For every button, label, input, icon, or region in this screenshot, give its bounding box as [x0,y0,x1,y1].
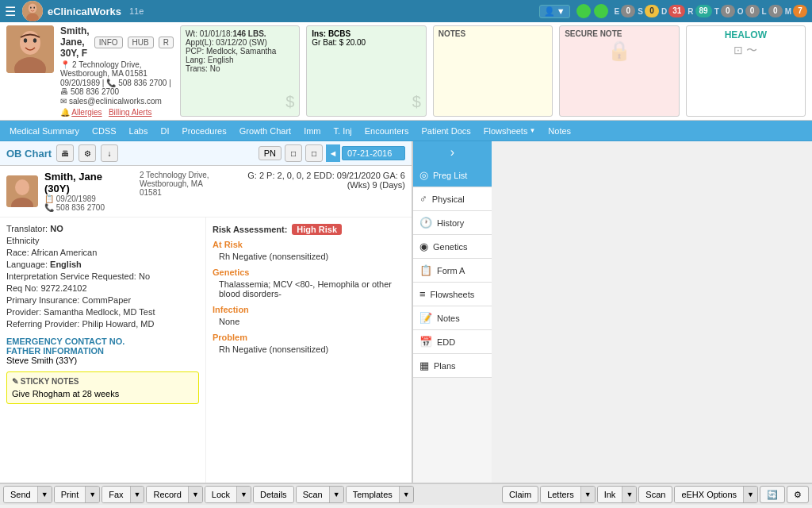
emergency-contact-label: EMERGENCY CONTACT NO. [6,337,199,346]
side-menu-form-a[interactable]: 📋 Form A [413,259,492,283]
pn-button[interactable]: PN [259,146,282,160]
traffic-lights [576,4,608,18]
main-content: OB Chart 🖶 ⚙ ↓ PN □ □ ◄ 07-21-2016 [0,141,812,483]
nav-di[interactable]: DI [154,123,175,139]
wt-card: Wt: 01/01/18:146 LBS. Appt(L): 03/12/20 … [180,25,300,117]
badge-T[interactable]: T 0 [714,5,735,17]
history-label: History [437,218,464,228]
patient-tab-info[interactable]: INFO [94,37,123,48]
date-selector: ◄ 07-21-2016 [326,144,405,162]
nav-procedures[interactable]: Procedures [175,123,232,139]
badge-D[interactable]: D 31 [661,5,685,17]
badge-L[interactable]: L 0 [762,5,783,17]
patient-photo [6,25,54,73]
left-panel: OB Chart 🖶 ⚙ ↓ PN □ □ ◄ 07-21-2016 [0,141,412,483]
side-menu-flowsheets[interactable]: ≡ Flowsheets [413,283,492,306]
infection-item-1: None [213,317,405,326]
interpretation-field: Interpretation Service Requested: No [6,271,199,281]
nav-notes[interactable]: Notes [542,123,577,139]
templates-button[interactable]: Templates ▼ [346,486,414,503]
nav-growth-chart[interactable]: Growth Chart [233,123,297,139]
print-button[interactable]: Print ▼ [54,486,101,503]
plans-label: Plans [434,361,456,371]
settings-btn[interactable]: ⚙ [79,144,96,162]
patient-info: Smith, Jane, 30Y, F INFO HUB R 📍2 Techno… [60,25,174,117]
ob-right-panel: Risk Assessment: High Risk At Risk Rh Ne… [206,217,412,483]
side-menu-plans[interactable]: ▦ Plans [413,354,492,378]
chart-icon-btn[interactable]: □ [285,144,302,162]
patient-address: 📍2 Technology Drive, Westborough, MA 015… [60,60,174,78]
badge-R[interactable]: R 89 [688,5,711,17]
edd-icon: 📅 [419,336,432,348]
badge-O[interactable]: O 0 [737,5,760,17]
side-menu-history[interactable]: 🕐 History [413,211,492,235]
scan-button-left[interactable]: Scan ▼ [296,486,344,503]
nav-encounters[interactable]: Encounters [358,123,416,139]
badge-M[interactable]: M 7 [785,5,807,17]
notes-icon: 📝 [419,312,432,324]
side-menu-genetics[interactable]: ◉ Genetics [413,235,492,259]
nav-imm[interactable]: Imm [297,123,327,139]
scan-button-right[interactable]: Scan [638,486,672,503]
side-menu-edd[interactable]: 📅 EDD [413,330,492,354]
send-button[interactable]: Send ▼ [3,486,52,503]
patient-dob-phone: 09/20/1989 | 📞508 836 2700 | 🖷508 836 27… [60,79,174,96]
ob-chart-right: PN □ □ ◄ 07-21-2016 [259,144,405,162]
allergies-link[interactable]: Allergies [71,108,102,117]
nav-labs[interactable]: Labs [123,123,155,139]
claim-button[interactable]: Claim [502,486,538,503]
patient-tab-r[interactable]: R [159,37,174,48]
svg-point-4 [33,7,35,9]
app-name: eClinicalWorks [48,6,121,17]
nav-medical-summary[interactable]: Medical Summary [3,123,86,139]
badge-S[interactable]: S 0 [638,5,659,17]
genetics-title: Genetics [213,267,405,277]
side-menu-physical[interactable]: ♂ Physical [413,187,492,211]
nav-patient-docs[interactable]: Patient Docs [415,123,477,139]
side-menu-notes[interactable]: 📝 Notes [413,306,492,330]
badge-E[interactable]: E 0 [615,5,636,17]
details-button[interactable]: Details [253,486,294,503]
at-risk-section: At Risk Rh Negative (nonsensitized) [213,240,405,261]
ethnicity-field: Ethnicity [6,236,199,245]
patient-tab-hub[interactable]: HUB [128,37,154,48]
settings-bottom-button[interactable]: ⚙ [787,486,809,503]
flowsheets-icon: ≡ [419,288,426,300]
sticky-notes-title: ✎ STICKY NOTES [12,377,193,386]
user-avatar[interactable] [22,1,43,21]
form-a-icon: 📋 [419,264,432,276]
top-navigation: ☰ eClinicalWorks 11e 👤▼ E 0 S 0 [0,0,812,22]
nav-t-inj[interactable]: T. Inj [327,123,358,139]
fax-button[interactable]: Fax ▼ [102,486,144,503]
chart-icon-btn2[interactable]: □ [305,144,323,162]
pregnancy-info: G: 2 P: 2, 0, 0, 2 EDD: 09/21/2020 GA: 6… [227,171,405,190]
preg-list-icon: ◎ [419,169,428,181]
refresh-button[interactable]: 🔄 [760,486,785,503]
form-a-label: Form A [437,266,465,275]
panel-expand-btn[interactable]: › [450,145,454,160]
hamburger-menu-icon[interactable]: ☰ [5,4,16,19]
download-btn[interactable]: ↓ [101,144,118,162]
billing-alerts-link[interactable]: Billing Alerts [109,108,151,117]
date-prev[interactable]: ◄ [326,144,340,162]
referring-provider-field: Referring Provider: Philip Howard, MD [6,319,199,329]
print-btn[interactable]: 🖶 [56,144,74,162]
lock-button[interactable]: Lock ▼ [205,486,251,503]
ink-button[interactable]: Ink ▼ [597,486,638,503]
user-account-button[interactable]: 👤▼ [539,5,570,18]
problem-section: Problem Rh Negative (nonsensitized) [213,333,405,354]
nav-flowsheets[interactable]: Flowsheets ▼ [477,123,542,139]
ob-content: Translator: NO Ethnicity Race: African A… [0,217,412,483]
nav-cdss[interactable]: CDSS [86,123,123,139]
side-menu-preg-list[interactable]: ◎ Preg List [413,164,492,187]
date-input[interactable]: 07-21-2016 [342,146,405,160]
eehx-options-button[interactable]: eEHX Options ▼ [674,486,758,503]
letters-button[interactable]: Letters ▼ [540,486,596,503]
sticky-notes: ✎ STICKY NOTES Give Rhogham at 28 weeks [6,371,199,404]
notes-label: Notes [437,314,460,323]
genetics-item-1: Thalassemia; MCV <80-, Hemophila or othe… [213,279,405,298]
summary-dob: 📋 09/20/1989 [44,194,108,203]
patient-name-row: Smith, Jane, 30Y, F INFO HUB R [60,25,174,59]
record-button[interactable]: Record ▼ [146,486,202,503]
patient-name: Smith, Jane, 30Y, F [60,25,90,59]
